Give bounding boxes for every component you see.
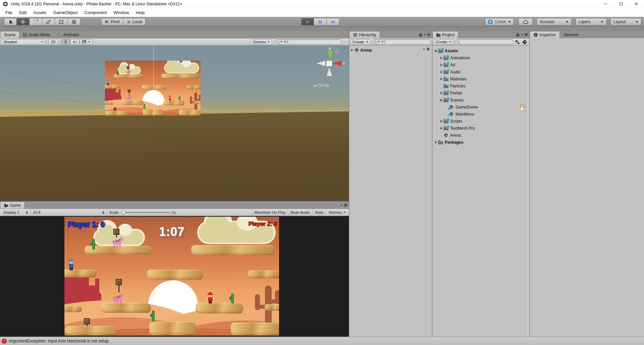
pause-button[interactable] bbox=[314, 18, 327, 25]
mute-audio-button[interactable]: Mute Audio bbox=[288, 209, 312, 216]
y-axis-cone[interactable] bbox=[327, 51, 333, 60]
x-axis-cone[interactable] bbox=[333, 61, 341, 66]
hierarchy-search-input[interactable]: All bbox=[372, 39, 431, 45]
menu-item[interactable]: GameObject bbox=[50, 10, 81, 15]
tab-project[interactable]: Project bbox=[432, 31, 459, 38]
collab-button[interactable]: Collab bbox=[485, 18, 514, 25]
status-bar[interactable]: ! ArgumentException: Input Axis Horizont… bbox=[0, 337, 644, 345]
scene-search-input[interactable]: All bbox=[275, 39, 342, 45]
panel-menu-icon[interactable] bbox=[427, 33, 430, 36]
panel-dropdown-icon[interactable] bbox=[424, 34, 426, 36]
panel-tab[interactable]: Audio Mixer bbox=[19, 31, 54, 38]
search-by-type-button[interactable] bbox=[514, 39, 521, 45]
transform-tool-button[interactable] bbox=[68, 18, 80, 25]
game-render[interactable]: Player 1: 0 1:07 Player 2: 0 bbox=[64, 217, 279, 336]
panel-menu-icon[interactable] bbox=[525, 33, 528, 36]
shading-mode-dropdown[interactable]: Shaded bbox=[1, 39, 45, 45]
2d-toggle-button[interactable]: 2D bbox=[48, 39, 58, 45]
play-button[interactable] bbox=[301, 18, 314, 25]
rect-tool-button[interactable] bbox=[55, 18, 68, 25]
axis-cone[interactable] bbox=[327, 67, 332, 76]
disclosure-arrow[interactable] bbox=[440, 91, 443, 95]
disclosure-arrow[interactable] bbox=[434, 49, 438, 53]
game-viewport[interactable]: Player 1: 0 1:07 Player 2: 0 bbox=[0, 216, 349, 337]
project-tree-row[interactable]: Animations bbox=[432, 54, 529, 61]
disclosure-arrow[interactable] bbox=[434, 141, 438, 144]
project-tree-row[interactable]: Scenes bbox=[432, 96, 529, 104]
disclosure-arrow[interactable] bbox=[440, 70, 443, 74]
minimize-button[interactable] bbox=[598, 0, 613, 8]
project-tree-row[interactable]: Particles bbox=[432, 82, 529, 89]
display-dropdown[interactable]: Display 1 bbox=[1, 209, 31, 216]
lock-icon[interactable] bbox=[516, 34, 519, 37]
account-dropdown[interactable]: Account bbox=[537, 18, 572, 25]
disclosure-arrow[interactable] bbox=[440, 98, 443, 102]
maximize-button[interactable] bbox=[613, 0, 629, 8]
local-toggle-button[interactable]: Local bbox=[123, 18, 146, 25]
game-render[interactable]: Player 1: 0 1:07 Player 2: 0 bbox=[105, 61, 201, 116]
project-create-dropdown[interactable]: Create bbox=[433, 39, 453, 45]
project-search-input[interactable] bbox=[455, 39, 514, 45]
projection-mode-label[interactable]: ◀ Persp bbox=[313, 82, 329, 88]
axis-cone[interactable] bbox=[317, 61, 325, 66]
search-by-label-button[interactable] bbox=[521, 39, 528, 45]
row-dropdown-icon[interactable] bbox=[423, 49, 425, 50]
scene-effects-dropdown[interactable] bbox=[79, 39, 93, 45]
project-tree-row[interactable]: GameScene bbox=[432, 104, 529, 111]
disclosure-arrow[interactable] bbox=[440, 127, 443, 130]
menu-item[interactable]: Component bbox=[81, 10, 110, 15]
panel-tab[interactable]: i Services bbox=[560, 31, 583, 38]
menu-item[interactable]: Edit bbox=[16, 10, 30, 15]
scene-audio-toggle[interactable] bbox=[70, 39, 79, 45]
row-menu-icon[interactable] bbox=[427, 48, 430, 50]
close-button[interactable]: × bbox=[629, 0, 644, 8]
scale-tool-button[interactable] bbox=[42, 18, 55, 25]
layers-dropdown[interactable]: Layers bbox=[576, 18, 606, 25]
disclosure-arrow[interactable] bbox=[440, 134, 443, 137]
scene-viewport[interactable]: Player 1: 0 1:07 Player 2: 0 y x bbox=[0, 46, 349, 201]
project-tree-row[interactable]: Materials bbox=[432, 75, 529, 82]
step-button[interactable] bbox=[327, 18, 339, 25]
project-tree-row[interactable]: Prefab bbox=[432, 89, 529, 96]
panel-dropdown-icon[interactable] bbox=[521, 34, 523, 36]
tab-game[interactable]: Game bbox=[0, 202, 25, 209]
project-tree-row[interactable]: Arena bbox=[432, 132, 529, 139]
cloud-services-button[interactable] bbox=[519, 18, 533, 25]
project-tree-row[interactable]: Assets bbox=[432, 47, 529, 54]
move-tool-button[interactable] bbox=[17, 18, 30, 25]
panel-tab[interactable]: Scene bbox=[0, 31, 19, 38]
panel-tab[interactable]: i Inspector bbox=[530, 31, 560, 38]
panel-dropdown-icon[interactable] bbox=[340, 205, 342, 206]
menu-item[interactable]: Assets bbox=[30, 10, 50, 15]
disclosure-arrow[interactable] bbox=[440, 120, 443, 123]
panel-menu-icon[interactable] bbox=[344, 204, 347, 206]
aspect-ratio-dropdown[interactable]: 16:9 bbox=[31, 209, 107, 216]
disclosure-arrow[interactable] bbox=[440, 56, 443, 60]
orientation-gizmo[interactable]: y x ◀ Persp bbox=[315, 47, 349, 90]
rotate-tool-button[interactable] bbox=[30, 18, 42, 25]
project-tree-row[interactable]: Scripts bbox=[432, 118, 529, 125]
menu-item[interactable]: File bbox=[2, 10, 16, 15]
hierarchy-create-dropdown[interactable]: Create bbox=[350, 39, 370, 45]
disclosure-arrow[interactable] bbox=[440, 77, 443, 81]
menu-item[interactable]: Help bbox=[132, 10, 148, 15]
scene-lighting-toggle[interactable] bbox=[61, 39, 70, 45]
project-tree-row[interactable]: TextMesh Pro bbox=[432, 125, 529, 132]
scene-gizmos-dropdown[interactable]: Gizmos bbox=[251, 39, 272, 45]
project-tree-row[interactable]: Art bbox=[432, 61, 529, 68]
stats-button[interactable]: Stats bbox=[312, 209, 326, 216]
disclosure-arrow[interactable] bbox=[440, 63, 443, 67]
project-tree-row[interactable]: MainMenu bbox=[432, 111, 529, 118]
hierarchy-scene-row[interactable]: Arena bbox=[349, 47, 432, 54]
panel-tab[interactable]: Animator bbox=[54, 31, 83, 38]
slider-track[interactable] bbox=[120, 212, 170, 213]
slider-thumb[interactable] bbox=[121, 210, 125, 214]
pivot-toggle-button[interactable]: Pivot bbox=[101, 18, 123, 25]
menu-item[interactable]: Window bbox=[110, 10, 132, 15]
lock-icon[interactable] bbox=[419, 34, 422, 37]
hand-tool-button[interactable] bbox=[4, 18, 17, 25]
disclosure-arrow[interactable] bbox=[351, 49, 353, 52]
tab-hierarchy[interactable]: Hierarchy bbox=[349, 31, 380, 38]
project-tree-row[interactable]: Audio bbox=[432, 68, 529, 75]
layout-dropdown[interactable]: Layout bbox=[610, 18, 641, 25]
